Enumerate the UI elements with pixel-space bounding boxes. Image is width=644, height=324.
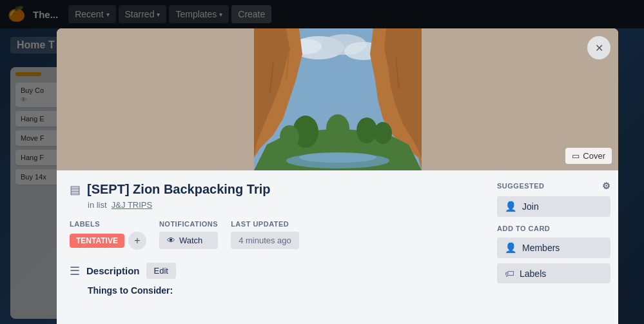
svg-point-13 [280,125,299,148]
description-row: ☰ Description Edit [70,263,476,279]
labels-sidebar-label: Labels [520,268,546,279]
list-ref-link[interactable]: J&J TRIPS [112,200,152,210]
close-icon: ✕ [595,42,603,54]
edit-description-button[interactable]: Edit [146,263,176,279]
cover-image [254,28,422,170]
modal-sidebar: Suggested ⚙ 👤 Join Add to card 👤 Members… [489,170,618,324]
plus-icon: + [134,235,140,247]
modal-main: ▤ [SEPT] Zion Backpacking Trip in list J… [57,170,489,324]
add-to-card-title: Add to card [497,225,610,232]
svg-point-12 [356,117,377,143]
last-updated-value: 4 minutes ago [231,232,299,249]
suggested-section-title: Suggested ⚙ [497,181,610,191]
close-button[interactable]: ✕ [587,36,610,59]
last-updated-section: Last updated 4 minutes ago [231,220,299,249]
card-title-row: ▤ [SEPT] Zion Backpacking Trip [70,181,476,197]
labels-button[interactable]: 🏷 Labels [497,263,610,283]
svg-point-11 [326,114,349,143]
add-label-button[interactable]: + [128,232,146,250]
tentative-label-chip[interactable]: TENTATIVE [70,234,124,248]
suggested-label: Suggested [497,182,545,190]
watch-label: Watch [179,236,202,245]
eye-icon: 👁 [167,236,175,245]
description-icon: ☰ [70,264,80,278]
members-button[interactable]: 👤 Members [497,238,610,258]
cover-label: Cover [583,151,605,161]
labels-header: Labels [70,220,146,228]
card-modal: ✕ ▭ Cover ▤ [SEPT] Zion Backpacking Trip… [57,28,618,324]
join-button[interactable]: 👤 Join [497,196,610,217]
card-title[interactable]: [SEPT] Zion Backpacking Trip [87,181,271,197]
meta-row: Labels TENTATIVE + Notifications 👁 Watch [70,220,476,250]
watch-button[interactable]: 👁 Watch [159,232,218,249]
svg-point-14 [374,122,392,144]
person-icon: 👤 [505,201,517,212]
join-label: Join [522,201,539,212]
list-ref-prefix: in list [88,200,107,210]
modal-body: ▤ [SEPT] Zion Backpacking Trip in list J… [57,170,618,324]
description-title: Description [86,265,140,276]
last-updated-header: Last updated [231,220,299,228]
members-label: Members [522,243,560,253]
labels-section: Labels TENTATIVE + [70,220,146,250]
person-icon: 👤 [505,242,517,254]
notifications-section: Notifications 👁 Watch [159,220,218,249]
gear-icon[interactable]: ⚙ [602,181,611,191]
cover-button[interactable]: ▭ Cover [565,148,612,164]
svg-point-16 [299,152,376,163]
card-cover: ✕ ▭ Cover [57,28,618,170]
card-type-icon: ▤ [70,183,81,197]
labels-row: TENTATIVE + [70,232,146,250]
card-list-reference: in list J&J TRIPS [88,200,476,210]
tag-icon: 🏷 [505,268,514,279]
things-to-consider-heading: Things to Consider: [88,285,476,296]
cover-icon: ▭ [572,151,580,161]
notifications-header: Notifications [159,220,218,228]
